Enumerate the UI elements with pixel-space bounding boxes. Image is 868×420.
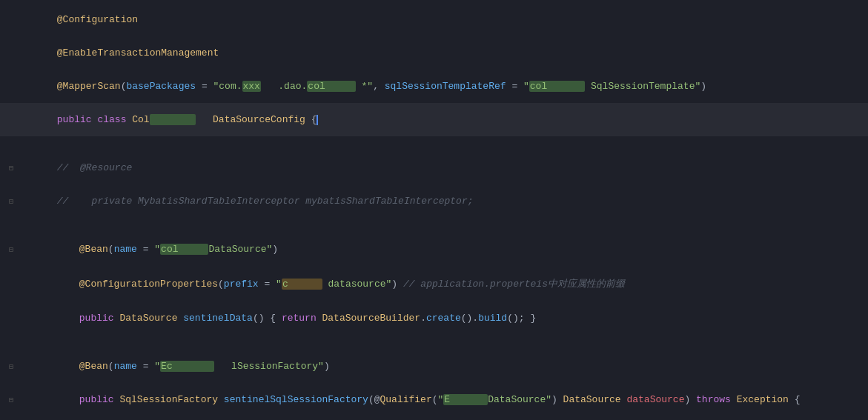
- line-content-11: public DataSource sentinelData() { retur…: [21, 301, 868, 335]
- code-line-8: [0, 218, 868, 233]
- code-line-10: @ConfigurationProperties(prefix = "c dat…: [0, 266, 868, 301]
- gutter-7: ⊟: [6, 197, 21, 206]
- line-content-7: // private MybatisShardTableInterceptor …: [21, 184, 868, 218]
- code-line-15: SqlSessionFactoryBean bean = new SqlSess…: [0, 416, 868, 420]
- line-content-13: @Bean(name = "Ec lSessionFactory"): [21, 350, 868, 383]
- fold-icon-9[interactable]: ⊟: [9, 245, 18, 254]
- line-content-8: [21, 220, 868, 231]
- code-line-13: ⊟ @Bean(name = "Ec lSessionFactory"): [0, 350, 868, 383]
- line-content-4: public class Col DataSourceConfig {: [21, 103, 868, 136]
- annotation-configuration: @Configuration: [57, 14, 138, 25]
- code-line-6: ⊟ // @Resource: [0, 151, 868, 184]
- line-content-2: @EnableTransactionManagement: [21, 36, 868, 70]
- line-content-14: public SqlSessionFactory sentinelSqlSess…: [21, 383, 868, 416]
- line-content-15: SqlSessionFactoryBean bean = new SqlSess…: [21, 416, 868, 420]
- annotation-mapper-scan: @MapperScan: [57, 81, 121, 92]
- line-content-12: [21, 337, 868, 348]
- code-line-9: ⊟ @Bean(name = "colDataSource"): [0, 233, 868, 266]
- fold-icon-6[interactable]: ⊟: [9, 164, 18, 173]
- gutter-9: ⊟: [6, 245, 21, 254]
- fold-icon-13[interactable]: ⊟: [9, 362, 18, 371]
- line-content-5: [21, 139, 868, 150]
- line-content-9: @Bean(name = "colDataSource"): [21, 233, 868, 266]
- code-line-2: @EnableTransactionManagement: [0, 36, 868, 70]
- gutter-13: ⊟: [6, 362, 21, 371]
- gutter-14: ⊟: [6, 396, 21, 404]
- code-line-4: public class Col DataSourceConfig {: [0, 103, 868, 136]
- code-line-14: ⊟ public SqlSessionFactory sentinelSqlSe…: [0, 383, 868, 416]
- line-content-6: // @Resource: [21, 151, 868, 184]
- line-content-10: @ConfigurationProperties(prefix = "c dat…: [21, 266, 868, 301]
- line-content-3: @MapperScan(basePackages = "com.xxx .dao…: [21, 70, 868, 103]
- line-content-1: @Configuration: [21, 3, 868, 36]
- code-line-5: [0, 136, 868, 151]
- code-line-11: public DataSource sentinelData() { retur…: [0, 301, 868, 335]
- code-line-12: [0, 335, 868, 350]
- fold-icon-14[interactable]: ⊟: [9, 396, 18, 404]
- code-line-1: @Configuration: [0, 3, 868, 36]
- annotation-enable-tx: @EnableTransactionManagement: [57, 47, 219, 59]
- code-line-7: ⊟ // private MybatisShardTableIntercepto…: [0, 184, 868, 218]
- fold-icon-7[interactable]: ⊟: [9, 197, 18, 206]
- gutter-6: ⊟: [6, 164, 21, 173]
- code-editor: @Configuration @EnableTransactionManagem…: [0, 0, 868, 420]
- code-line-3: @MapperScan(basePackages = "com.xxx .dao…: [0, 70, 868, 103]
